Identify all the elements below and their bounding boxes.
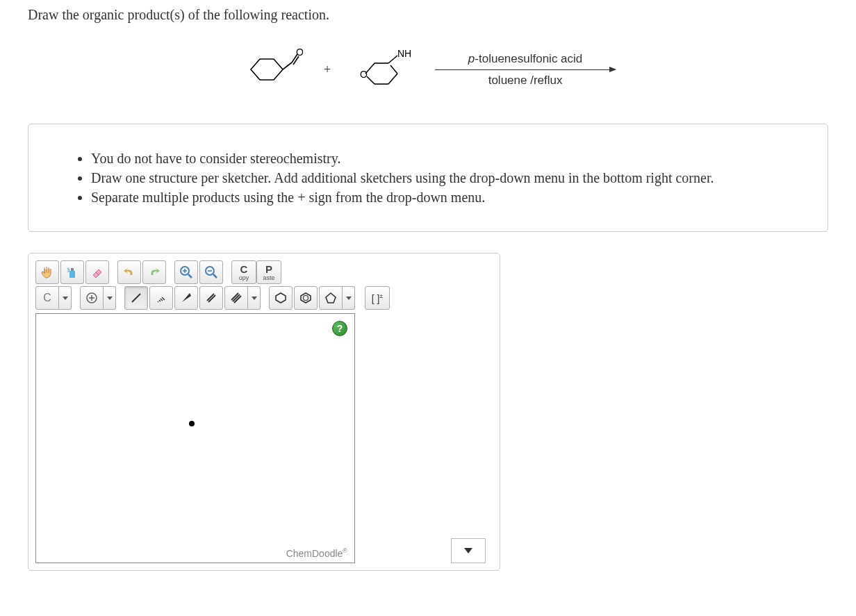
instruction-item: You do not have to consider stereochemis… xyxy=(91,149,800,168)
charge-bracket-button[interactable]: [ ]± xyxy=(365,286,390,310)
question-text: Draw the organic product(s) of the follo… xyxy=(28,7,828,23)
svg-marker-0 xyxy=(251,59,283,80)
svg-line-8 xyxy=(388,74,397,84)
zoom-in-button[interactable] xyxy=(174,260,198,284)
pan-tool-button[interactable] xyxy=(35,260,59,284)
wedge-bond-button[interactable] xyxy=(174,286,198,310)
bond-dropdown[interactable] xyxy=(248,286,261,310)
svg-line-10 xyxy=(367,76,374,84)
svg-line-27 xyxy=(132,294,140,302)
instruction-item: Separate multiple products using the + s… xyxy=(91,188,800,207)
reaction-arrow: p-toluenesulfonic acid toluene /reflux xyxy=(435,52,616,88)
svg-marker-39 xyxy=(301,293,311,303)
zoom-out-button[interactable] xyxy=(199,260,223,284)
toolbar-row-1: Copy Paste xyxy=(35,260,493,284)
erase-tool-button[interactable] xyxy=(85,260,109,284)
benzene-button[interactable] xyxy=(294,286,318,310)
help-button[interactable]: ? xyxy=(332,321,347,336)
canvas-start-dot xyxy=(189,421,195,426)
reactant1-structure: O xyxy=(240,47,303,92)
add-sketcher-dropdown[interactable] xyxy=(451,538,486,563)
double-bond-button[interactable] xyxy=(199,286,223,310)
reaction-scheme: O + O NH p-toluenesulfonic acid toluene … xyxy=(28,37,828,113)
svg-line-1 xyxy=(283,63,292,69)
recessed-bond-button[interactable] xyxy=(149,286,173,310)
svg-line-30 xyxy=(160,299,163,301)
reactant2-structure: O NH xyxy=(352,47,414,92)
arrow-conditions-top: p-toluenesulfonic acid xyxy=(468,52,582,66)
svg-rect-14 xyxy=(69,271,75,278)
svg-point-40 xyxy=(304,296,308,301)
single-bond-button[interactable] xyxy=(124,286,148,310)
svg-marker-32 xyxy=(182,293,191,302)
ring-dropdown[interactable] xyxy=(343,286,355,310)
arrow-conditions-bottom: toluene /reflux xyxy=(488,74,563,88)
instruction-item: Draw one structure per sketcher. Add add… xyxy=(91,168,800,188)
svg-text:O: O xyxy=(296,47,303,58)
plus-sign: + xyxy=(324,63,331,77)
toolbar-row-2: C xyxy=(35,286,493,310)
svg-text:NH: NH xyxy=(397,48,411,59)
instructions-panel: You do not have to consider stereochemis… xyxy=(28,124,828,232)
svg-line-31 xyxy=(162,297,165,300)
undo-button[interactable] xyxy=(117,260,141,284)
triple-bond-button[interactable] xyxy=(224,286,248,310)
sketcher-container: Copy Paste C xyxy=(28,253,500,571)
spray-tool-button[interactable] xyxy=(60,260,84,284)
svg-marker-41 xyxy=(326,293,336,303)
paste-button[interactable]: Paste xyxy=(256,260,281,284)
cyclohexane-button[interactable] xyxy=(269,286,293,310)
drawing-canvas[interactable]: ? ChemDoodle® xyxy=(35,313,355,563)
svg-line-18 xyxy=(188,274,192,278)
copy-button[interactable]: Copy xyxy=(231,260,256,284)
element-picker-dropdown[interactable] xyxy=(59,286,72,310)
element-picker-button[interactable]: C xyxy=(35,286,59,310)
svg-text:O: O xyxy=(360,69,368,80)
svg-rect-15 xyxy=(71,268,74,271)
svg-line-28 xyxy=(158,301,158,302)
svg-marker-38 xyxy=(276,293,286,303)
redo-button[interactable] xyxy=(142,260,166,284)
add-atom-button[interactable] xyxy=(80,286,104,310)
chemdoodle-brand: ChemDoodle® xyxy=(286,547,347,559)
svg-line-7 xyxy=(390,65,397,74)
cyclopentane-button[interactable] xyxy=(319,286,343,310)
svg-line-11 xyxy=(388,56,397,63)
add-atom-dropdown[interactable] xyxy=(104,286,116,310)
svg-line-22 xyxy=(213,274,217,278)
svg-line-29 xyxy=(159,300,160,301)
